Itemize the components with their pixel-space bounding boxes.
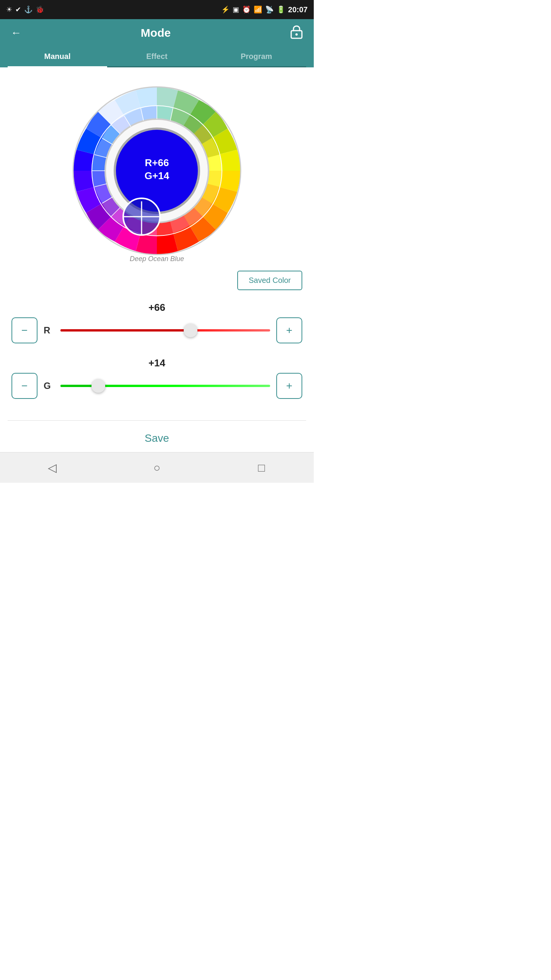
tab-program[interactable]: Program: [207, 47, 306, 66]
g-slider-group: +14 − G +: [11, 357, 302, 399]
g-label: G: [44, 381, 54, 391]
tablet-icon: ▣: [233, 5, 239, 14]
r-slider-track[interactable]: [60, 329, 270, 332]
save-button[interactable]: Save: [145, 432, 169, 444]
nav-recent-button[interactable]: □: [250, 456, 273, 479]
r-minus-button[interactable]: −: [11, 317, 37, 343]
sun-icon: ☀: [6, 5, 12, 14]
nav-back-button[interactable]: ◁: [41, 456, 64, 479]
svg-text:G+14: G+14: [145, 170, 170, 181]
svg-point-1: [295, 33, 298, 36]
saved-color-button[interactable]: Saved Color: [237, 271, 302, 290]
bottom-nav: ◁ ○ □: [0, 452, 314, 483]
status-icons-left: ☀ ✔ ⚓ 🐞: [6, 5, 44, 14]
signal-icon: 📡: [265, 5, 274, 14]
r-slider-thumb[interactable]: [184, 323, 197, 337]
g-slider-thumb[interactable]: [91, 379, 105, 393]
bug-icon: 🐞: [36, 5, 44, 14]
usb-icon: ⚓: [24, 5, 33, 14]
g-plus-button[interactable]: +: [276, 373, 302, 399]
wifi-icon: 📶: [254, 5, 262, 14]
check-icon: ✔: [15, 5, 21, 14]
r-slider-track-container[interactable]: [60, 317, 270, 343]
clock-icon: ⏰: [242, 5, 251, 14]
tab-manual[interactable]: Manual: [8, 47, 107, 66]
r-slider-group: +66 − R +: [11, 302, 302, 343]
color-wheel-section: R+66 G+14 Deep Ocea: [0, 67, 314, 263]
app-title: Mode: [141, 26, 171, 39]
r-label: R: [44, 325, 54, 336]
g-slider-track[interactable]: [60, 385, 270, 387]
status-bar: ☀ ✔ ⚓ 🐞 ⚡ ▣ ⏰ 📶 📡 🔋 20:07: [0, 0, 314, 19]
save-row: Save: [0, 421, 314, 452]
svg-text:R+66: R+66: [145, 157, 169, 168]
g-slider-value: +14: [11, 357, 302, 369]
g-minus-button[interactable]: −: [11, 373, 37, 399]
battery-icon: 🔋: [277, 5, 285, 14]
sliders-section: +66 − R + +14 − G +: [0, 294, 314, 420]
g-slider-track-container[interactable]: [60, 373, 270, 399]
bluetooth-icon: ⚡: [221, 5, 230, 14]
back-button[interactable]: ←: [8, 24, 24, 42]
tab-effect[interactable]: Effect: [107, 47, 207, 66]
r-slider-fill: [60, 329, 191, 332]
r-slider-row: − R +: [11, 317, 302, 343]
status-icons-right: ⚡ ▣ ⏰ 📶 📡 🔋 20:07: [221, 5, 308, 14]
tabs-container: Manual Effect Program: [8, 47, 306, 67]
color-wheel-container[interactable]: R+66 G+14: [46, 75, 268, 259]
color-wheel-svg[interactable]: R+66 G+14: [46, 75, 268, 259]
r-plus-button[interactable]: +: [276, 317, 302, 343]
status-time: 20:07: [288, 5, 308, 14]
r-slider-value: +66: [11, 302, 302, 314]
nav-home-button[interactable]: ○: [145, 456, 168, 479]
lock-button[interactable]: [287, 21, 306, 45]
g-slider-row: − G +: [11, 373, 302, 399]
app-bar: ← Mode Manual Effect Program: [0, 19, 314, 67]
saved-color-row: Saved Color: [0, 263, 314, 294]
